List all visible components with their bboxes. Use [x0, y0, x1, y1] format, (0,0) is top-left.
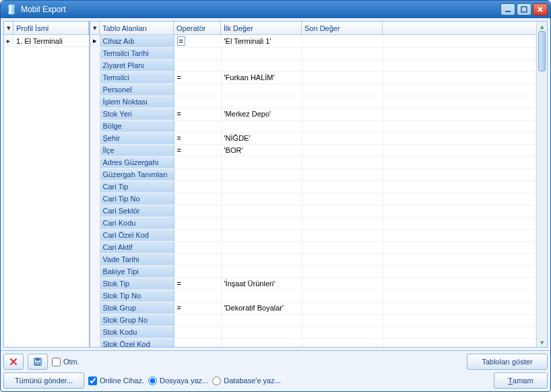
operator-cell[interactable] — [174, 205, 221, 217]
field-cell[interactable]: İşlem Noktası — [100, 96, 174, 108]
table-row[interactable]: Stok Kodu — [90, 326, 536, 338]
close-button[interactable] — [533, 3, 548, 15]
table-row[interactable]: Cari Aktif — [90, 241, 536, 253]
field-cell[interactable]: Stok Özel Kod — [100, 338, 174, 347]
otm-checkbox[interactable]: Otm. — [52, 358, 79, 366]
last-value-cell[interactable] — [302, 144, 383, 156]
operator-cell[interactable]: = — [174, 144, 221, 156]
table-row[interactable]: Cari Sektör — [90, 205, 536, 217]
table-row[interactable]: Stok Yeri='Merkez Depo' — [90, 108, 536, 120]
table-row[interactable]: Vade Tarihi — [90, 253, 536, 265]
first-value-cell[interactable] — [221, 168, 302, 181]
show-tables-button[interactable]: Tabloları göster — [467, 354, 548, 370]
operator-cell[interactable]: = — [174, 71, 221, 84]
first-value-cell[interactable] — [221, 156, 302, 168]
vertical-scrollbar[interactable]: ▴ ▾ — [536, 22, 547, 347]
first-value-cell[interactable] — [221, 314, 302, 326]
last-value-cell[interactable] — [302, 108, 383, 120]
operator-cell[interactable]: = — [174, 132, 221, 144]
field-cell[interactable]: Temsilci — [100, 71, 174, 84]
first-value-cell[interactable] — [221, 290, 302, 302]
table-row[interactable]: Adres Güzergahı — [90, 156, 536, 168]
scroll-up-icon[interactable]: ▴ — [537, 22, 547, 31]
minimize-button[interactable] — [500, 3, 515, 15]
table-row[interactable]: Bakiye Tipi — [90, 265, 536, 277]
last-value-cell[interactable] — [302, 277, 383, 290]
last-value-cell[interactable] — [302, 253, 383, 265]
field-cell[interactable]: Bölge — [100, 120, 174, 132]
table-row[interactable]: Personel — [90, 84, 536, 96]
operator-cell[interactable] — [174, 326, 221, 338]
first-value-cell[interactable]: 'El Terminali 1' — [221, 35, 302, 47]
operator-cell[interactable]: = — [174, 108, 221, 120]
table-row[interactable]: Stok Grup='Dekoratif Boyalar' — [90, 302, 536, 314]
first-value-cell[interactable] — [221, 265, 302, 277]
table-row[interactable]: Stok Özel Kod — [90, 338, 536, 347]
field-cell[interactable]: Stok Tip No — [100, 290, 174, 302]
first-value-cell[interactable] — [221, 326, 302, 338]
operator-cell[interactable] — [174, 96, 221, 108]
table-row[interactable]: İşlem Noktası — [90, 96, 536, 108]
last-value-cell[interactable] — [302, 181, 383, 193]
first-value-cell[interactable]: 'Dekoratif Boyalar' — [221, 302, 302, 314]
field-cell[interactable]: Cari Kodu — [100, 217, 174, 229]
operator-cell[interactable] — [174, 290, 221, 302]
table-row[interactable]: Temsilci='Furkan HALİM' — [90, 71, 536, 84]
first-value-cell[interactable] — [221, 229, 302, 241]
scroll-thumb[interactable] — [538, 31, 546, 71]
operator-cell[interactable] — [174, 193, 221, 205]
first-value-cell[interactable]: 'Furkan HALİM' — [221, 71, 302, 84]
table-row[interactable]: Güzergah Tanımları — [90, 168, 536, 181]
dropdown-icon[interactable]: ▾ — [90, 22, 100, 34]
field-cell[interactable]: Adres Güzergahı — [100, 156, 174, 168]
save-button[interactable] — [28, 354, 48, 370]
last-value-cell[interactable] — [302, 302, 383, 314]
table-row[interactable]: Cari Tip — [90, 181, 536, 193]
col-first[interactable]: İlk Değer — [221, 22, 302, 34]
table-row[interactable]: Şehir='NİĞDE' — [90, 132, 536, 144]
last-value-cell[interactable] — [302, 132, 383, 144]
operator-cell[interactable] — [174, 120, 221, 132]
operator-cell[interactable] — [174, 229, 221, 241]
table-row[interactable]: Stok Tip No — [90, 290, 536, 302]
field-cell[interactable]: Stok Yeri — [100, 108, 174, 120]
scroll-down-icon[interactable]: ▾ — [537, 337, 547, 347]
last-value-cell[interactable] — [302, 241, 383, 253]
delete-button[interactable] — [3, 354, 24, 370]
last-value-cell[interactable] — [302, 47, 383, 59]
operator-cell[interactable] — [174, 338, 221, 347]
first-value-cell[interactable] — [221, 96, 302, 108]
last-value-cell[interactable] — [302, 326, 383, 338]
operator-cell[interactable]: = — [174, 35, 221, 47]
operator-cell[interactable] — [174, 84, 221, 96]
table-row[interactable]: İlçe='BOR' — [90, 144, 536, 156]
maximize-button[interactable] — [517, 3, 531, 15]
table-row[interactable]: Stok Tip='İnşaat Ürünleri' — [90, 277, 536, 290]
field-cell[interactable]: Cari Tip No — [100, 193, 174, 205]
first-value-cell[interactable]: 'NİĞDE' — [221, 132, 302, 144]
last-value-cell[interactable] — [302, 84, 383, 96]
last-value-cell[interactable] — [302, 217, 383, 229]
first-value-cell[interactable] — [221, 193, 302, 205]
table-row[interactable]: Cari Özel Kod — [90, 229, 536, 241]
first-value-cell[interactable] — [221, 84, 302, 96]
last-value-cell[interactable] — [302, 338, 383, 347]
last-value-cell[interactable] — [302, 205, 383, 217]
col-field[interactable]: Tablo Alanları — [100, 22, 174, 34]
last-value-cell[interactable] — [302, 156, 383, 168]
operator-cell[interactable] — [174, 59, 221, 71]
operator-cell[interactable] — [174, 314, 221, 326]
table-row[interactable]: Ziyaret Planı — [90, 59, 536, 71]
last-value-cell[interactable] — [302, 120, 383, 132]
operator-cell[interactable] — [174, 168, 221, 181]
table-row[interactable]: ▸Cihaz Adı='El Terminali 1' — [90, 35, 536, 47]
operator-cell[interactable] — [174, 241, 221, 253]
operator-cell[interactable]: = — [174, 302, 221, 314]
field-cell[interactable]: Cari Özel Kod — [100, 229, 174, 241]
table-row[interactable]: Stok Grup No — [90, 314, 536, 326]
field-cell[interactable]: Stok Grup — [100, 302, 174, 314]
table-row[interactable]: Bölge — [90, 120, 536, 132]
field-cell[interactable]: İlçe — [100, 144, 174, 156]
first-value-cell[interactable] — [221, 205, 302, 217]
write-file-radio[interactable]: Dosyaya yaz... — [148, 377, 208, 385]
